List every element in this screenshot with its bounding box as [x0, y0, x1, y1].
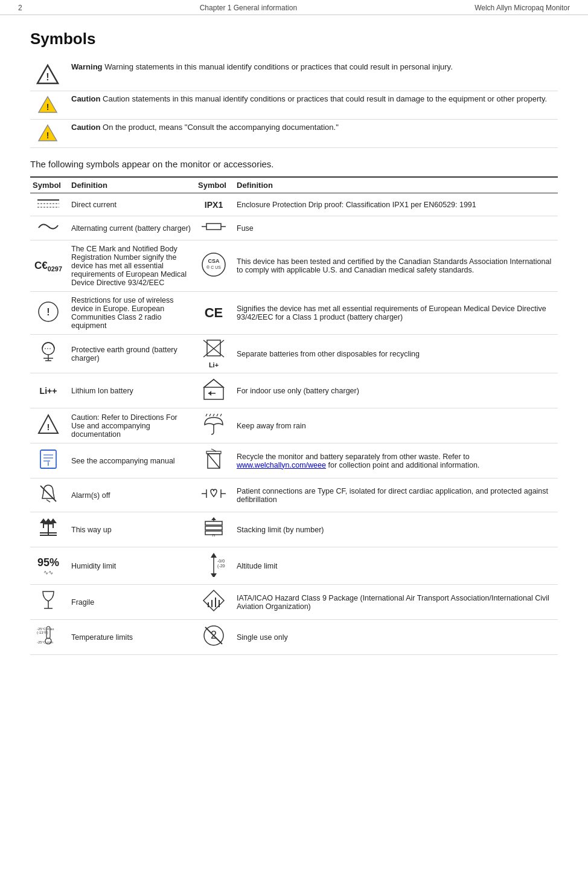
protective-earth-icon [37, 341, 59, 363]
svg-text:!: ! [46, 102, 50, 112]
weee-symbol [196, 443, 234, 478]
col-header-symbol2: Symbol [196, 177, 234, 193]
wireless-symbol: ! [30, 292, 69, 335]
rain-symbol [196, 408, 234, 443]
table-row: Alternating current (battery charger) Fu… [30, 216, 558, 240]
svg-rect-63 [205, 526, 222, 530]
intro-warnings-table: ! Warning Warning statements in this man… [30, 59, 558, 148]
altitude-symbol: -0/0 – 12 192 m (-200 – 10 200 ft) [196, 547, 234, 585]
svg-marker-66 [211, 517, 216, 520]
page-number: 2 [18, 4, 22, 12]
li-plus-label: Li+ [198, 361, 229, 369]
ce-mark-symbol: C€0297 [30, 240, 69, 292]
ac-definition: Alternating current (battery charger) [69, 216, 196, 240]
single-use-symbol: 2 [196, 620, 234, 655]
dc-definition: Direct current [69, 193, 196, 216]
stacking-definition: Stacking limit (by number) [234, 512, 558, 547]
table-header-row: Symbol Definition Symbol Definition [30, 177, 558, 193]
altitude-limit-icon: -0/0 – 12 192 m (-200 – 10 200 ft) [202, 552, 225, 577]
stacking-symbol: n [196, 512, 234, 547]
single-use-definition: Single use only [234, 620, 558, 655]
svg-text:-0/0 – 12 192 m: -0/0 – 12 192 m [217, 559, 225, 563]
table-row: -25°C max (-13°F) -25°C min Temperature … [30, 620, 558, 655]
table-row: C€0297 The CE Mark and Notified Body Reg… [30, 240, 558, 292]
table-row: ! Restrictions for use of wireless devic… [30, 292, 558, 335]
temperature-symbol: -25°C max (-13°F) -25°C min [30, 620, 69, 655]
svg-text:!: ! [46, 72, 49, 82]
table-row: i See the accompanying manual Recycle th… [30, 443, 558, 478]
direct-current-icon [36, 198, 60, 208]
caution-ref-icon: ! [37, 413, 59, 435]
recycle-battery-symbol: Li+ [196, 335, 234, 373]
ac-symbol [30, 216, 69, 240]
intro-row-warning: ! Warning Warning statements in this man… [30, 59, 558, 91]
ce-mark-icon: C€0297 [33, 260, 64, 272]
fuse-symbol [196, 216, 234, 240]
weee-link[interactable]: www.welchallyn.com/weee [237, 461, 326, 469]
wireless-restriction-icon: ! [37, 301, 59, 323]
table-row: This way up n Stacking limit (by number) [30, 512, 558, 547]
cardiac-cf-icon [200, 487, 227, 500]
table-row: 95% ∿∿ Humidity limit -0/0 – 12 192 m (-… [30, 547, 558, 585]
caution-triangle-icon-1: ! [38, 95, 57, 114]
svg-marker-76 [203, 590, 224, 611]
svg-line-35 [217, 414, 218, 416]
ipx1-icon: IPX1 [205, 200, 223, 210]
svg-marker-25 [204, 379, 223, 399]
svg-text:!: ! [47, 422, 50, 432]
ce-plain-definition: Signifies the device has met all essenti… [234, 292, 558, 335]
altitude-definition: Altitude limit [234, 547, 558, 585]
svg-text:CSA: CSA [208, 258, 220, 264]
svg-rect-62 [205, 521, 222, 525]
temperature-definition: Temperature limits [69, 620, 196, 655]
caution-text-2: Caution On the product, means "Consult t… [65, 120, 558, 148]
this-way-up-icon [39, 517, 58, 539]
svg-line-33 [209, 414, 211, 416]
humidity-definition: Humidity limit [69, 547, 196, 585]
iata-definition: IATA/ICAO Hazard Class 9 Package (Intern… [234, 585, 558, 620]
ipx1-definition: Enclosure Protection Drip proof: Classif… [234, 193, 558, 216]
page-header: 2 Chapter 1 General information Welch Al… [0, 0, 588, 15]
csa-symbol: CSA ® C US [196, 240, 234, 292]
svg-rect-44 [206, 451, 221, 454]
caution-ref-definition: Caution: Refer to Directions For Use and… [69, 408, 196, 443]
intro-row-caution2: ! Caution On the product, means "Consult… [30, 120, 558, 148]
this-way-up-symbol [30, 512, 69, 547]
svg-text:(-200 – 10 200 ft): (-200 – 10 200 ft) [217, 564, 225, 569]
wireless-definition: Restrictions for use of wireless device … [69, 292, 196, 335]
svg-marker-57 [40, 518, 47, 523]
warning-icon-cell: ! [30, 59, 65, 91]
caution-triangle-icon-2: ! [38, 123, 57, 143]
manual-definition: See the accompanying manual [69, 443, 196, 478]
svg-marker-69 [211, 553, 217, 558]
iata-icon [202, 589, 225, 612]
svg-point-12 [202, 253, 225, 276]
svg-rect-10 [206, 224, 221, 230]
fragile-icon [40, 589, 57, 612]
manual-symbol: i [30, 443, 69, 478]
svg-text:i: i [48, 460, 50, 467]
product-title: Welch Allyn Micropaq Monitor [475, 4, 570, 12]
svg-marker-26 [204, 379, 223, 387]
keep-away-rain-icon [202, 413, 225, 436]
alarm-off-definition: Alarm(s) off [69, 478, 196, 512]
csa-definition: This device has been tested and certifie… [234, 240, 558, 292]
rain-definition: Keep away from rain [234, 408, 558, 443]
fragile-symbol [30, 585, 69, 620]
table-row: Protective earth ground (battery charger… [30, 335, 558, 373]
weee-recycle-icon [202, 448, 225, 471]
svg-line-46 [46, 500, 50, 502]
svg-line-34 [213, 414, 214, 416]
chapter-title: Chapter 1 General information [200, 4, 297, 12]
alarm-off-icon [37, 483, 59, 504]
ipx1-symbol: IPX1 [196, 193, 234, 216]
svg-line-32 [206, 414, 207, 416]
indoor-use-icon [202, 378, 225, 401]
humidity-symbol: 95% ∿∿ [30, 547, 69, 585]
section-title: Symbols [30, 30, 558, 48]
intro-row-caution1: ! Caution Caution statements in this man… [30, 91, 558, 120]
recycle-battery-definition: Separate batteries from other disposable… [234, 335, 558, 373]
col-header-def2: Definition [234, 177, 558, 193]
warning-triangle-large-icon: ! [36, 63, 59, 86]
li-ion-definition: Lithium Ion battery [69, 373, 196, 408]
